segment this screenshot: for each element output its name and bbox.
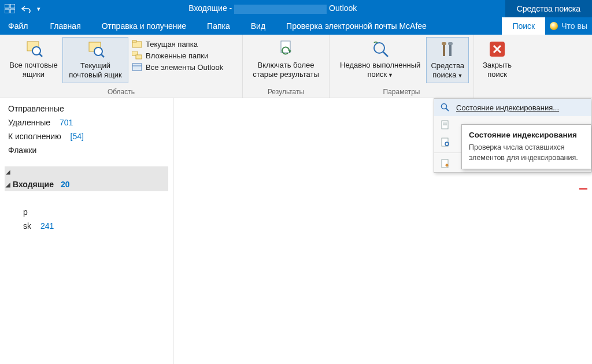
quick-access-toolbar: ▾ <box>0 4 40 13</box>
folder-sent[interactable]: Отправленные <box>5 102 168 116</box>
recent-searches-button[interactable]: Недавно выполненный поиск▼ <box>334 37 426 82</box>
tooltip: Состояние индексирования Проверка числа … <box>461 124 591 169</box>
scope-options: Текущая папка Вложенные папки Все элемен… <box>128 37 227 74</box>
search-tools-button[interactable]: Средства поиска▼ <box>426 37 469 83</box>
svg-rect-14 <box>132 64 142 70</box>
outlook-items-icon <box>132 62 142 72</box>
tab-folder[interactable]: Папка <box>197 17 240 35</box>
svg-rect-0 <box>5 4 9 8</box>
svg-line-26 <box>446 109 449 112</box>
window-title: Входящие - Outlook <box>40 3 505 13</box>
svg-point-5 <box>32 47 40 55</box>
svg-rect-3 <box>10 9 15 13</box>
document-refresh-icon <box>276 39 296 59</box>
close-icon <box>487 39 507 59</box>
group-label-scope: Область <box>5 87 238 97</box>
indexing-status-item[interactable]: Состояние индексирования... <box>434 99 591 116</box>
subfolders-icon <box>132 51 142 60</box>
document-icon <box>440 120 450 130</box>
chevron-down-icon: ▼ <box>457 73 462 79</box>
svg-rect-2 <box>5 9 9 13</box>
mailbox-search-icon <box>24 39 43 59</box>
folder-icon <box>132 39 142 49</box>
tab-send-receive[interactable]: Отправка и получение <box>91 17 197 35</box>
red-indicator <box>579 188 587 190</box>
tools-icon <box>438 40 457 60</box>
tab-search[interactable]: Поиск <box>502 17 545 35</box>
svg-rect-1 <box>10 4 15 8</box>
group-label-options: Параметры <box>334 87 469 97</box>
mailbox-search-icon <box>86 40 105 60</box>
lightbulb-icon <box>550 22 558 30</box>
magnifier-status-icon <box>440 102 450 113</box>
svg-rect-13 <box>136 55 142 59</box>
svg-rect-23 <box>448 42 453 45</box>
svg-rect-21 <box>442 42 446 45</box>
svg-point-18 <box>374 43 384 53</box>
settings-doc-icon <box>440 158 450 169</box>
svg-rect-22 <box>449 43 452 56</box>
svg-point-25 <box>442 104 447 109</box>
tell-me[interactable]: Что вы <box>545 21 592 31</box>
svg-line-6 <box>39 54 42 57</box>
tab-home[interactable]: Главная <box>39 17 91 35</box>
title-bar: ▾ Входящие - Outlook Средства поиска <box>0 0 592 17</box>
collapse-triangle-icon: ◢ <box>6 181 10 188</box>
close-search-button[interactable]: Закрыть поиск <box>479 37 516 82</box>
undo-icon[interactable] <box>21 5 31 13</box>
folder-flags[interactable]: Флажки <box>5 143 168 157</box>
tab-view[interactable]: Вид <box>240 17 276 35</box>
tooltip-body: Проверка числа оставшихся элементов для … <box>469 143 584 163</box>
chevron-down-icon: ▼ <box>388 72 393 78</box>
recent-search-icon <box>371 39 390 59</box>
tooltip-title: Состояние индексирования <box>469 131 584 139</box>
svg-line-19 <box>383 52 388 57</box>
group-label-results: Результаты <box>247 87 324 97</box>
ribbon: Все почтовые ящики Текущий почтовый ящик… <box>0 35 592 98</box>
all-mailboxes-button[interactable]: Все почтовые ящики <box>5 37 62 82</box>
subfolders-option[interactable]: Вложенные папки <box>132 51 223 60</box>
account-header[interactable]: ◢ <box>5 166 168 177</box>
svg-line-9 <box>101 54 104 57</box>
tab-mcafee[interactable]: Проверка электронной почты McAfee <box>276 17 437 35</box>
collapse-triangle-icon: ◢ <box>6 169 10 175</box>
svg-point-8 <box>94 47 102 55</box>
folder-sub-sk[interactable]: sk 241 <box>5 219 168 233</box>
svg-rect-20 <box>443 43 445 56</box>
redacted-account <box>234 5 327 14</box>
folder-inbox[interactable]: ◢ Входящие 20 <box>5 177 168 191</box>
include-older-button[interactable]: Включать более старые результаты <box>247 37 324 82</box>
folder-deleted[interactable]: Удаленные 701 <box>5 116 168 129</box>
folder-sub-1[interactable] <box>5 191 168 205</box>
tab-file[interactable]: Файл <box>0 17 36 35</box>
document-search-icon <box>440 137 450 147</box>
current-mailbox-button[interactable]: Текущий почтовый ящик <box>62 37 128 83</box>
ribbon-tabs: Файл Главная Отправка и получение Папка … <box>0 17 592 35</box>
current-folder-option[interactable]: Текущая папка <box>132 39 223 49</box>
svg-rect-11 <box>132 40 136 42</box>
contextual-tab-label: Средства поиска <box>505 0 592 17</box>
folder-pane: Отправленные Удаленные 701 К исполнению … <box>0 98 173 364</box>
qat-window-icon[interactable] <box>5 4 15 13</box>
all-outlook-items-option[interactable]: Все элементы Outlook <box>132 62 223 72</box>
folder-sub-p[interactable]: р <box>5 205 168 219</box>
folder-followup[interactable]: К исполнению [54] <box>5 129 168 143</box>
svg-point-33 <box>446 164 449 167</box>
